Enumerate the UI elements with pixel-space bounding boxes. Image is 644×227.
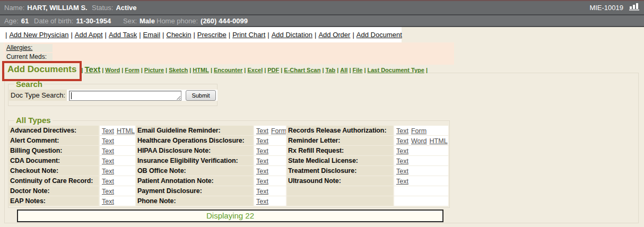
separator: | [105,31,107,39]
add-documents-legend: Add Documents |Text|Word|Form|Picture|Sk… [5,64,396,74]
doc-link-text[interactable]: Text [102,127,114,135]
chart-summary-panel [4,42,454,65]
action-link-add-document[interactable]: Add Document [356,31,402,39]
type-link-html[interactable]: HTML [193,67,209,73]
doc-type-label-reminder-letter: Reminder Letter: [287,136,393,145]
doc-type-links: Text [100,196,135,206]
doc-type-label-treatment-disclosure: Treatment Disclosure: [287,166,393,176]
doc-type-links: Text [394,146,448,155]
action-link-add-dictation[interactable]: Add Dictation [272,31,312,39]
doc-type-links: Text [254,196,286,206]
doc-link-text[interactable]: Text [102,147,114,155]
separator: | [244,67,246,73]
doc-type-links: Text [254,186,286,196]
type-link-encounter[interactable]: Encounter [214,67,242,73]
doc-link-text[interactable]: Text [256,198,268,205]
doc-link-html[interactable]: HTML [117,127,135,135]
doc-type-links: TextHTML [100,126,135,135]
type-link-form[interactable]: Form [125,67,140,73]
type-link-sketch[interactable]: Sketch [169,67,188,73]
separator: | [166,67,167,73]
action-link-email[interactable]: Email [143,31,161,39]
doc-link-text[interactable]: Text [396,178,408,185]
type-link-word[interactable]: Word [105,67,120,73]
doc-type-label-doctor-note: Doctor Note: [9,186,99,196]
flowsheet-chart-icon[interactable] [629,3,640,13]
doc-link-text[interactable]: Text [396,158,408,165]
doc-link-text[interactable]: Text [256,127,268,135]
status-badge: Active [116,4,136,12]
doc-link-form[interactable]: Form [411,127,427,135]
separator: | [162,31,164,39]
separator: | [139,31,141,39]
doc-link-text[interactable]: Text [396,147,408,155]
action-link-add-appt[interactable]: Add Appt [75,31,103,39]
doc-type-label-hipaa-disclosure-note: HIPAA Disclosure Note: [136,146,253,155]
doc-type-links [394,186,448,196]
type-link-all[interactable]: All [340,67,347,73]
doc-link-text[interactable]: Text [396,168,408,175]
resize-grip-icon[interactable] [176,95,180,100]
type-link-e-chart-scan[interactable]: E-Chart Scan [284,67,320,73]
action-link-print-chart[interactable]: Print Chart [232,31,265,39]
doc-type-label-alert-comment: Alert Comment: [9,136,99,145]
document-types-table: Advanced Directives:TextHTMLEmail Guidel… [9,126,448,206]
type-link-excel[interactable]: Excel [247,67,263,73]
doc-type-label-phone-note: Phone Note: [136,196,253,206]
age-label: Age: [4,17,19,25]
separator: | [315,31,316,39]
doc-link-text[interactable]: Text [102,137,114,145]
mrn-group: MIE-10019 [589,1,640,14]
doc-type-links: Text [100,156,135,165]
doc-link-text[interactable]: Text [256,147,268,155]
current-meds-label: Current Meds: [5,53,53,61]
doc-link-text[interactable]: Text [396,127,408,135]
doc-link-text[interactable]: Text [256,158,268,165]
type-link-text[interactable]: Text [84,65,100,74]
separator: | [71,31,72,39]
doc-link-form[interactable]: Form [271,127,286,135]
action-link-add-task[interactable]: Add Task [109,31,137,39]
doc-type-label-billing-question: Billing Question: [9,146,99,155]
type-link-last-document-type[interactable]: Last Document Type [368,67,424,73]
submit-button[interactable]: Submit [186,90,216,101]
action-link-add-new-physician[interactable]: Add New Physician [9,31,68,39]
dob-group: Date of birth: 11-30-1954 [34,15,111,26]
separator: | [267,31,269,39]
type-link-picture[interactable]: Picture [144,67,164,73]
doc-link-text[interactable]: Text [256,178,268,185]
status-label: Status: [92,4,113,12]
age-value: 61 [21,17,29,25]
doc-link-word[interactable]: Word [411,137,427,145]
action-links-row: |Add New Physician|Add Appt|Add Task|Ema… [0,27,402,42]
type-link-file[interactable]: File [352,67,362,73]
doc-link-text[interactable]: Text [396,137,408,145]
doc-link-text[interactable]: Text [256,168,268,175]
displaying-count-box: Displaying 22 [17,209,443,222]
dob-label: Date of birth: [34,17,73,25]
patient-name-group: Name: HART, WILLIAM S. [4,1,88,14]
search-section-title: Search [14,80,44,89]
doc-type-label-payment-disclosure: Payment Disclosure: [136,186,253,196]
doc-link-text[interactable]: Text [102,178,114,185]
sex-group: Sex: Male [123,15,155,26]
separator: | [229,31,230,39]
doc-type-label-state-medical-license: State Medical License: [287,156,393,165]
doc-link-text[interactable]: Text [256,137,268,145]
action-link-prescribe[interactable]: Prescribe [197,31,227,39]
doc-link-text[interactable]: Text [102,198,114,205]
doc-link-text[interactable]: Text [102,168,114,175]
type-link-tab[interactable]: Tab [326,67,336,73]
type-link-pdf[interactable]: PDF [267,67,279,73]
doc-link-text[interactable]: Text [102,188,114,195]
phone-value: (260) 444-0099 [201,17,248,25]
doc-link-text[interactable]: Text [102,158,114,165]
doc-link-text[interactable]: Text [256,188,268,195]
doc-type-search-label: Doc Type Search: [9,90,67,101]
action-link-checkin[interactable]: Checkin [167,31,192,39]
doc-link-html[interactable]: HTML [430,137,448,145]
sex-label: Sex: [123,17,137,25]
action-link-add-order[interactable]: Add Order [318,31,350,39]
doc-type-search-input[interactable] [69,91,181,101]
allergies-link[interactable]: Allergies: [6,44,32,51]
